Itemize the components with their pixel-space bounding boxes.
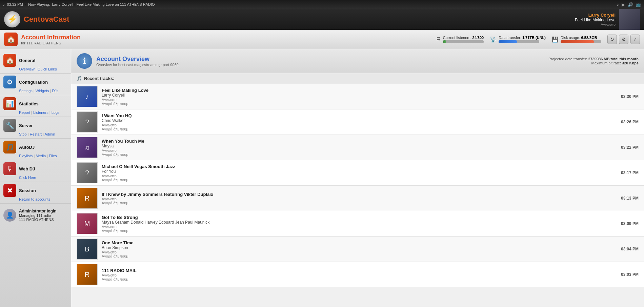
projected-bitrate-value: 320 Kbps [622, 61, 639, 65]
content-header-left: ℹ Account Overview Overview for host cas… [77, 53, 179, 69]
now-playing-label: Now Playing: [28, 2, 50, 6]
stat-disk-info: Disk usage: 6.58/8GB [561, 36, 601, 43]
header-actions: ↻ ⚙ ✓ [607, 35, 640, 44]
admin-section: 👤 Administrator login Managing 111radio … [0, 205, 71, 225]
autodj-files-link[interactable]: Files [49, 154, 57, 158]
sidebar-item-general[interactable]: 🏠 General Overview | Quick Links [0, 52, 71, 74]
logo-cast: Cast [53, 15, 69, 23]
track-time: 03:13 PM [621, 196, 639, 201]
track-meta2: Αγορά άλμπουμ [102, 102, 617, 106]
webdj-icon: 🎙 [3, 162, 16, 175]
logo-icon: ⚡ [4, 11, 20, 27]
track-thumbnail: B [77, 239, 98, 260]
now-playing-separator: - [25, 2, 26, 6]
header-left: 🏠 Account Information for 111 RADIO ATHE… [4, 33, 81, 46]
general-overview-link[interactable]: Overview [19, 67, 35, 71]
config-djs-link[interactable]: DJs [52, 89, 58, 93]
sidebar-item-session[interactable]: ✖ Session Return to accounts [0, 182, 71, 204]
config-links: Settings | Widgets | DJs [3, 89, 67, 93]
track-title: When You Touch Me [102, 139, 617, 144]
track-artist: For You [102, 169, 617, 174]
track-thumbnail: R [77, 188, 98, 209]
disk-bar-fill [561, 40, 594, 43]
np-thumbnail [619, 9, 640, 30]
track-row: ♫ When You Touch Me Maysa Αγνωστο Αγορά … [71, 135, 644, 160]
track-info: Michael O Neill Vegas Smooth Jazz For Yo… [102, 164, 617, 182]
volume-icon: 🔊 [628, 2, 633, 7]
track-thumbnail: M [77, 213, 98, 234]
check-button[interactable]: ✓ [630, 35, 640, 44]
listeners-bar [443, 40, 484, 43]
stats-logs-link[interactable]: Logs [52, 110, 60, 115]
sidebar-item-server[interactable]: 🔧 Server Stop | Restart | Admin [0, 117, 71, 139]
top-bar-left: ♪ 03:32 PM - Now Playing: Larry Coryell … [3, 2, 155, 7]
track-artist: Brian Simpson [102, 245, 617, 250]
now-playing-bar: ⚡ CentovaCast Larry Coryell Feel Like Ma… [0, 9, 644, 30]
stat-disk: 💾 Disk usage: 6.58/8GB [552, 36, 601, 43]
stat-listeners: 🖥 Current listeners: 24/300 [436, 36, 484, 43]
recent-tracks-label: Recent tracks: [84, 76, 115, 81]
track-artist: Larry Coryell [102, 93, 617, 98]
sidebar-item-autodj[interactable]: 🎵 AutoDJ Playlists | Media | Files [0, 139, 71, 160]
track-title: I Want You HQ [102, 113, 617, 118]
np-album: Αγνωστο [575, 22, 616, 26]
stats-listeners-link[interactable]: Listeners [33, 110, 48, 115]
top-bar: ♪ 03:32 PM - Now Playing: Larry Coryell … [0, 0, 644, 9]
content-subtitle: Overview for host cast.magicstreams.gr p… [96, 63, 179, 67]
now-playing-info: Larry Coryell Feel Like Making Love Αγνω… [575, 13, 616, 26]
config-settings-link[interactable]: Settings [19, 89, 33, 93]
settings-button[interactable]: ⚙ [619, 35, 628, 44]
server-icon: 🔧 [3, 119, 16, 132]
stat-transfer-info: Data transfer: 1.71TB (UNL) [499, 36, 546, 43]
webdj-title: Web DJ [19, 166, 35, 171]
config-widgets-link[interactable]: Widgets [36, 89, 49, 93]
general-title: General [19, 58, 35, 63]
track-meta1: Αγνωστο [102, 250, 617, 254]
server-links: Stop | Restart | Admin [3, 132, 67, 136]
sidebar-item-statistics[interactable]: 📊 Statistics Report | Listeners | Logs [0, 95, 71, 117]
track-meta1: Αγνωστο [102, 98, 617, 102]
sidebar-item-configuration[interactable]: ⚙ Configuration Settings | Widgets | DJs [0, 74, 71, 95]
track-time: 03:04 PM [621, 247, 639, 251]
autodj-playlists-link[interactable]: Playlists [19, 154, 33, 158]
track-time: 03:22 PM [621, 145, 639, 150]
logo-centova: Centova [24, 15, 53, 23]
track-title: Feel Like Making Love [102, 88, 617, 93]
track-time: 03:30 PM [621, 94, 639, 99]
recent-tracks-header: 🎵 Recent tracks: [71, 73, 644, 84]
webdj-clickhere-link[interactable]: Click Here [19, 176, 36, 180]
transfer-icon: 📡 [490, 36, 497, 43]
general-links: Overview | Quick Links [3, 67, 67, 71]
general-quicklinks-link[interactable]: Quick Links [38, 67, 57, 71]
session-icon: ✖ [3, 184, 16, 197]
track-title: Got To Be Strong [102, 215, 617, 220]
logo-area: ⚡ CentovaCast [4, 11, 69, 27]
track-row: M Got To Be Strong Maysa Graham Donald H… [71, 211, 644, 237]
sidebar: 🏠 General Overview | Quick Links ⚙ Confi… [0, 49, 71, 307]
server-stop-link[interactable]: Stop [19, 132, 27, 136]
track-title: If I Knew by Jimmy Sommers featuring Vik… [102, 192, 617, 197]
refresh-button[interactable]: ↻ [607, 35, 617, 44]
stats-report-link[interactable]: Report [19, 110, 30, 115]
header-info: Account Information for 111 RADIO ATHENS [21, 34, 81, 45]
track-meta1: Αγνωστο [102, 273, 617, 277]
admin-station: 111 RADIO ATHENS [19, 218, 57, 222]
autodj-icon: 🎵 [3, 141, 16, 154]
server-admin-link[interactable]: Admin [44, 132, 55, 136]
track-row: B One More Time Brian Simpson Αγνωστο Αγ… [71, 237, 644, 262]
session-return-link[interactable]: Return to accounts [19, 197, 50, 201]
autodj-title: AutoDJ [19, 145, 35, 150]
content-title-block: Account Overview Overview for host cast.… [96, 56, 179, 67]
track-time: 03:03 PM [621, 272, 639, 277]
stats-icon: 📊 [3, 97, 16, 110]
autodj-media-link[interactable]: Media [36, 154, 46, 158]
track-title: Michael O Neill Vegas Smooth Jazz [102, 164, 617, 169]
server-restart-link[interactable]: Restart [30, 132, 42, 136]
general-icon: 🏠 [3, 54, 16, 67]
sidebar-item-webdj[interactable]: 🎙 Web DJ Click Here [0, 160, 71, 182]
session-links: Return to accounts [3, 197, 67, 201]
track-artist: Chris Walker [102, 118, 617, 123]
header-home-icon: 🏠 [4, 33, 18, 46]
admin-login-label: Administrator login [19, 209, 57, 213]
stat-listeners-value: 24/300 [472, 36, 484, 40]
